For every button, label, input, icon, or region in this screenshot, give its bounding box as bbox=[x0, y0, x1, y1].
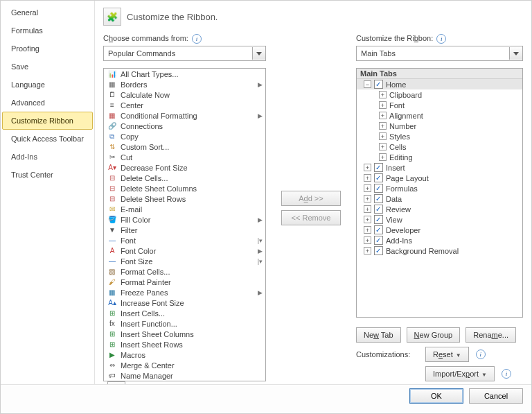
expander-icon[interactable]: + bbox=[364, 205, 371, 213]
command-item[interactable]: ▶Macros bbox=[104, 350, 265, 360]
command-item[interactable]: ⊞Insert Sheet Rows bbox=[104, 339, 265, 350]
command-item[interactable]: ✂Cut bbox=[104, 152, 265, 162]
expander-icon[interactable]: + bbox=[364, 164, 371, 171]
cancel-button[interactable]: Cancel bbox=[469, 388, 523, 404]
command-item[interactable]: ⇅Custom Sort... bbox=[104, 141, 265, 152]
checkbox-icon[interactable]: ✓ bbox=[374, 163, 383, 172]
tree-node[interactable]: −✓Home bbox=[357, 79, 522, 89]
rename-button[interactable]: Rename... bbox=[466, 327, 516, 343]
command-item[interactable]: ⊞Insert Cells... bbox=[104, 308, 265, 318]
tree-node[interactable]: +Editing bbox=[357, 152, 522, 162]
ok-button[interactable]: OK bbox=[409, 388, 463, 404]
command-item[interactable]: ⊞Insert Sheet Columns bbox=[104, 329, 265, 339]
checkbox-icon[interactable]: ✓ bbox=[374, 80, 383, 89]
commands-listbox[interactable]: 📊All Chart Types...▦Borders▶🗒Calculate N… bbox=[103, 68, 266, 381]
info-icon[interactable]: i bbox=[436, 34, 446, 44]
nav-item-save[interactable]: Save bbox=[2, 58, 93, 76]
command-item[interactable]: —Font|▾ bbox=[104, 235, 265, 245]
nav-item-advanced[interactable]: Advanced bbox=[2, 94, 93, 112]
checkbox-icon[interactable]: ✓ bbox=[374, 205, 383, 214]
expander-icon[interactable]: + bbox=[364, 226, 371, 234]
command-item[interactable]: ▦Conditional Formatting▶ bbox=[104, 110, 265, 121]
new-tab-button[interactable]: New Tab bbox=[356, 327, 401, 343]
nav-item-language[interactable]: Language bbox=[2, 76, 93, 94]
import-export-button[interactable]: Import/Export▼ bbox=[425, 366, 495, 381]
new-group-button[interactable]: New Group bbox=[407, 327, 461, 343]
command-item[interactable]: ⧉Copy bbox=[104, 131, 265, 141]
tree-node[interactable]: +Cells bbox=[357, 141, 522, 152]
command-item[interactable]: 🏷Name Manager bbox=[104, 370, 265, 381]
expander-icon[interactable]: + bbox=[364, 184, 371, 192]
expander-icon[interactable]: + bbox=[379, 101, 387, 109]
nav-item-proofing[interactable]: Proofing bbox=[2, 40, 93, 58]
tree-node[interactable]: +✓Page Layout bbox=[357, 173, 522, 183]
nav-item-general[interactable]: General bbox=[2, 3, 93, 21]
tree-node[interactable]: +✓Formulas bbox=[357, 183, 522, 193]
command-item[interactable]: ≡Center bbox=[104, 100, 265, 110]
checkbox-icon[interactable]: ✓ bbox=[374, 246, 383, 255]
dropdown-button-icon[interactable] bbox=[252, 47, 265, 60]
expander-icon[interactable]: + bbox=[379, 153, 387, 161]
nav-item-add-ins[interactable]: Add-Ins bbox=[2, 148, 93, 166]
tree-node[interactable]: +Font bbox=[357, 100, 522, 110]
nav-item-trust-center[interactable]: Trust Center bbox=[2, 166, 93, 184]
checkbox-icon[interactable]: ✓ bbox=[374, 225, 383, 234]
customize-ribbon-dropdown[interactable]: Main Tabs bbox=[356, 46, 523, 61]
command-item[interactable]: ⇔Merge & Center bbox=[104, 360, 265, 370]
tree-node[interactable]: +✓Data bbox=[357, 193, 522, 204]
command-item[interactable]: ▼Filter bbox=[104, 225, 265, 235]
command-item[interactable]: 🗒Calculate Now bbox=[104, 89, 265, 100]
tree-node[interactable]: +Alignment bbox=[357, 110, 522, 121]
tree-node[interactable]: +✓View bbox=[357, 214, 522, 225]
command-item[interactable]: ⊟Delete Sheet Rows bbox=[104, 193, 265, 204]
add-button[interactable]: Add >> bbox=[281, 191, 341, 206]
expander-icon[interactable]: + bbox=[364, 216, 371, 223]
expander-icon[interactable]: + bbox=[379, 122, 387, 130]
dropdown-button-icon[interactable] bbox=[509, 47, 522, 60]
expander-icon[interactable]: + bbox=[364, 174, 371, 182]
expander-icon[interactable]: + bbox=[379, 143, 387, 150]
command-item[interactable]: 🔗Connections bbox=[104, 121, 265, 131]
ribbon-tree[interactable]: Main Tabs−✓Home+Clipboard+Font+Alignment… bbox=[356, 68, 523, 318]
tree-node[interactable]: +✓Add-Ins bbox=[357, 235, 522, 245]
command-item[interactable]: A▾Decrease Font Size bbox=[104, 162, 265, 173]
command-item[interactable]: fxInsert Function... bbox=[104, 318, 265, 329]
tree-node[interactable]: +✓Review bbox=[357, 204, 522, 214]
info-icon[interactable]: i bbox=[192, 34, 202, 44]
expander-icon[interactable]: + bbox=[379, 91, 387, 98]
checkbox-icon[interactable]: ✓ bbox=[374, 236, 383, 245]
expander-icon[interactable]: + bbox=[364, 236, 371, 244]
command-item[interactable]: —Font Size|▾ bbox=[104, 256, 265, 266]
tree-node[interactable]: +✓Insert bbox=[357, 162, 522, 173]
expander-icon[interactable]: + bbox=[379, 132, 387, 140]
nav-item-formulas[interactable]: Formulas bbox=[2, 21, 93, 40]
info-icon[interactable]: i bbox=[502, 369, 511, 379]
command-item[interactable]: ▦Borders▶ bbox=[104, 79, 265, 89]
checkbox-icon[interactable]: ✓ bbox=[374, 215, 383, 224]
command-item[interactable]: 📊All Chart Types... bbox=[104, 69, 265, 79]
expander-icon[interactable]: + bbox=[379, 112, 387, 119]
expander-icon[interactable]: + bbox=[364, 195, 371, 202]
reset-button[interactable]: Reset▼ bbox=[425, 347, 469, 362]
tree-node[interactable]: +✓Developer bbox=[357, 225, 522, 235]
command-item[interactable]: ✉E-mail bbox=[104, 204, 265, 214]
tree-node[interactable]: +Styles bbox=[357, 131, 522, 141]
expander-icon[interactable]: + bbox=[364, 247, 371, 255]
checkbox-icon[interactable]: ✓ bbox=[374, 173, 383, 182]
command-item[interactable]: ▦Freeze Panes▶ bbox=[104, 287, 265, 297]
expander-icon[interactable]: − bbox=[364, 80, 371, 88]
info-icon[interactable]: i bbox=[476, 350, 486, 359]
nav-item-quick-access-toolbar[interactable]: Quick Access Toolbar bbox=[2, 130, 93, 148]
tree-node[interactable]: +✓Background Removal bbox=[357, 245, 522, 256]
command-item[interactable]: 🖌Format Painter bbox=[104, 277, 265, 287]
command-item[interactable]: A▴Increase Font Size bbox=[104, 297, 265, 308]
remove-button[interactable]: << Remove bbox=[281, 210, 341, 225]
checkbox-icon[interactable]: ✓ bbox=[374, 184, 383, 193]
command-item[interactable]: 🪣Fill Color▶ bbox=[104, 214, 265, 225]
command-item[interactable]: ⊟Delete Sheet Columns bbox=[104, 183, 265, 193]
checkbox-icon[interactable]: ✓ bbox=[374, 194, 383, 203]
nav-item-customize-ribbon[interactable]: Customize Ribbon bbox=[2, 112, 93, 130]
tree-node[interactable]: +Clipboard bbox=[357, 89, 522, 100]
command-item[interactable]: ⊟Delete Cells... bbox=[104, 173, 265, 183]
tree-node[interactable]: +Number bbox=[357, 121, 522, 131]
